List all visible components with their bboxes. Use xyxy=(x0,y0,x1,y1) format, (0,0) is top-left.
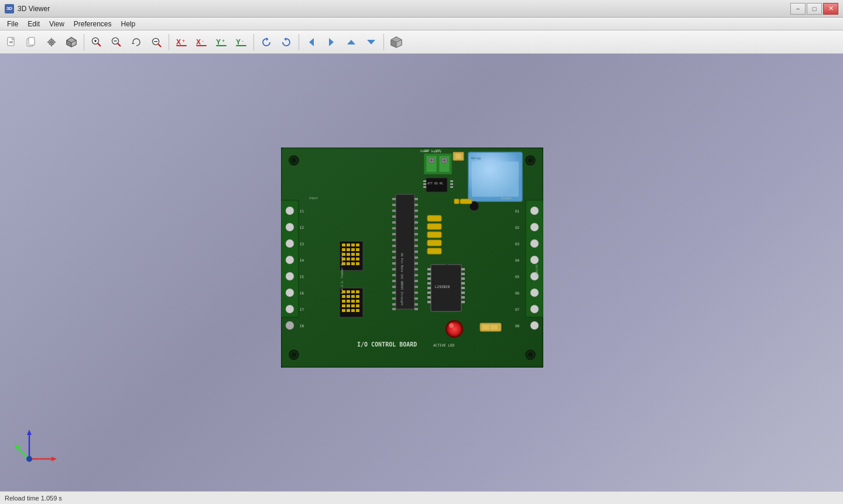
svg-rect-165 xyxy=(347,248,350,251)
svg-rect-119 xyxy=(414,297,418,300)
viewport[interactable]: Power Supply Relay ATT 85 RC xyxy=(0,54,843,491)
window-title: 3D Viewer xyxy=(18,5,50,13)
svg-rect-85 xyxy=(392,215,396,218)
svg-text:Relay: Relay xyxy=(471,156,481,160)
svg-text:I7: I7 xyxy=(300,307,304,311)
svg-point-146 xyxy=(530,289,539,297)
svg-text:+: + xyxy=(222,38,225,44)
svg-text:O5: O5 xyxy=(515,275,520,279)
svg-rect-194 xyxy=(347,304,350,307)
perspective-button[interactable] xyxy=(387,33,406,52)
svg-rect-189 xyxy=(342,300,345,303)
y-axis-neg-button[interactable]: Y - xyxy=(232,33,251,52)
svg-rect-115 xyxy=(414,274,418,276)
rotate-left-button[interactable] xyxy=(257,33,276,52)
menu-file[interactable]: File xyxy=(2,18,23,30)
svg-rect-34 xyxy=(236,45,246,46)
toolbar-sep-3 xyxy=(253,34,254,50)
svg-rect-220 xyxy=(461,292,465,294)
rotate-right-button[interactable] xyxy=(277,33,296,52)
zoom-fit-button[interactable] xyxy=(147,33,166,52)
svg-rect-213 xyxy=(427,296,431,299)
svg-rect-71 xyxy=(423,180,426,182)
svg-rect-28 xyxy=(196,45,207,46)
svg-text:I4: I4 xyxy=(300,258,304,262)
3d-view-button[interactable] xyxy=(62,33,81,52)
svg-text:O4: O4 xyxy=(515,258,520,262)
nav-left-button[interactable] xyxy=(302,33,321,52)
svg-marker-19 xyxy=(132,42,135,44)
svg-point-128 xyxy=(286,272,294,280)
svg-rect-209 xyxy=(427,277,431,280)
titlebar: 3D 3D Viewer − □ ✕ xyxy=(0,0,843,18)
menu-preferences[interactable]: Preferences xyxy=(69,18,116,30)
svg-rect-166 xyxy=(351,248,355,251)
menu-edit[interactable]: Edit xyxy=(23,18,44,30)
svg-rect-108 xyxy=(414,233,418,235)
zoom-in-button[interactable] xyxy=(87,33,106,52)
svg-rect-84 xyxy=(392,210,396,212)
svg-text:X: X xyxy=(196,38,201,46)
menu-view[interactable]: View xyxy=(44,18,69,30)
menubar: File Edit View Preferences Help xyxy=(0,18,843,30)
svg-point-130 xyxy=(286,305,294,313)
nav-right-button[interactable] xyxy=(322,33,341,52)
svg-rect-90 xyxy=(392,245,396,247)
x-axis-pos-button[interactable]: X + xyxy=(172,33,191,52)
svg-point-142 xyxy=(530,223,539,231)
svg-rect-203 xyxy=(427,232,441,238)
zoom-out-button[interactable] xyxy=(107,33,126,52)
nav-down-button[interactable] xyxy=(362,33,381,52)
titlebar-left: 3D 3D Viewer xyxy=(5,4,50,13)
svg-text:+: + xyxy=(182,38,185,44)
svg-rect-4 xyxy=(29,37,35,45)
svg-rect-178 xyxy=(351,262,355,265)
zoom-reset-button[interactable] xyxy=(127,33,146,52)
svg-rect-66 xyxy=(455,154,461,159)
svg-rect-208 xyxy=(427,273,431,275)
menu-help[interactable]: Help xyxy=(116,18,140,30)
svg-rect-219 xyxy=(461,287,465,289)
svg-text:O8: O8 xyxy=(515,324,520,328)
pcb-container: Power Supply Relay ATT 85 RC xyxy=(281,148,543,368)
settings-button[interactable] xyxy=(42,33,61,52)
svg-rect-120 xyxy=(414,303,418,306)
svg-rect-199 xyxy=(351,309,355,312)
svg-point-48 xyxy=(292,158,296,163)
maximize-button[interactable]: □ xyxy=(807,3,822,15)
close-button[interactable]: ✕ xyxy=(823,3,838,15)
minimize-button[interactable]: − xyxy=(790,3,806,15)
svg-rect-105 xyxy=(414,215,418,218)
svg-rect-109 xyxy=(414,239,418,241)
svg-rect-88 xyxy=(392,233,396,235)
svg-rect-74 xyxy=(450,180,453,182)
svg-rect-79 xyxy=(460,199,472,204)
svg-text:GND: GND xyxy=(424,149,429,152)
new-button[interactable] xyxy=(2,33,21,52)
svg-rect-110 xyxy=(414,245,418,247)
svg-rect-217 xyxy=(461,277,465,280)
svg-point-147 xyxy=(530,305,539,313)
svg-rect-70 xyxy=(426,178,447,192)
svg-rect-102 xyxy=(414,198,418,200)
svg-rect-179 xyxy=(356,262,359,265)
svg-rect-94 xyxy=(392,268,396,270)
svg-rect-185 xyxy=(342,295,345,298)
copy-button[interactable] xyxy=(22,33,41,52)
svg-rect-222 xyxy=(461,301,465,303)
svg-rect-184 xyxy=(356,290,359,293)
svg-rect-191 xyxy=(351,300,355,303)
svg-point-129 xyxy=(286,289,294,297)
svg-rect-169 xyxy=(347,253,350,256)
nav-up-button[interactable] xyxy=(342,33,361,52)
svg-text:40 Pin Male IDC BBD65 Straight: 40 Pin Male IDC BBD65 Straight xyxy=(400,253,404,306)
svg-rect-99 xyxy=(392,297,396,300)
x-axis-neg-button[interactable]: X - xyxy=(192,33,211,52)
svg-text:I2: I2 xyxy=(300,225,304,229)
svg-text:Output: Output xyxy=(501,196,512,200)
svg-rect-92 xyxy=(392,256,396,259)
y-axis-pos-button[interactable]: Y + xyxy=(212,33,231,52)
svg-line-15 xyxy=(98,43,101,46)
svg-rect-188 xyxy=(356,295,359,298)
svg-rect-200 xyxy=(356,309,359,312)
